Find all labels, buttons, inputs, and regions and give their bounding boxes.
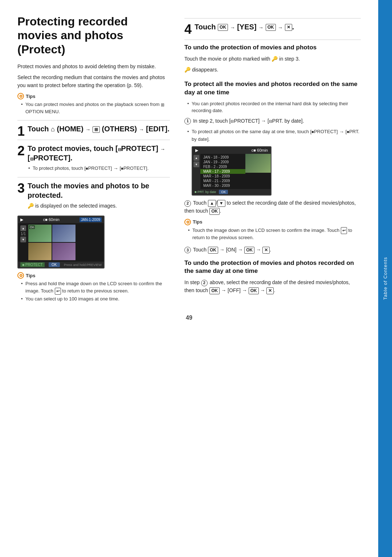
protect-all-step2: 2 Touch ▲/▼ to select the recording date…: [184, 199, 361, 215]
tips-right-label: Tips: [193, 219, 203, 225]
screen-1-down-btn[interactable]: ▼: [20, 237, 26, 242]
step-1-number: 1: [17, 125, 25, 138]
protect-all-step1: 1 In step 2, touch [⊟PROTECT] → [⊟PRT. b…: [184, 117, 361, 125]
date-screen-header: ▶ c■ 60min: [192, 147, 271, 154]
page-container: Protecting recorded movies and photos (P…: [0, 0, 392, 557]
date-entry-1: JAN - 18 - 2009: [200, 155, 245, 160]
date-list: ▲ ▼ JAN - 18 - 2009 JAN - 19 - 2009 FEB …: [192, 154, 271, 189]
screen-1-capacity: c■ 60min: [43, 217, 60, 222]
return-icon-2: ↩: [341, 227, 347, 234]
undo-heading: To undo the protection of movies and pho…: [184, 44, 361, 52]
step-4-block: 4 Touch OK → [YES] → OK → ✕.: [184, 22, 361, 34]
thumb-3: [28, 243, 52, 260]
right-tab-label: Table of Contents: [383, 257, 388, 300]
protect-all-step3: 3 Touch OK → [ON] → OK → ✕.: [184, 246, 361, 254]
divider-1: [17, 120, 170, 120]
circle-1: 1: [184, 118, 191, 124]
step-3-note: 🔑 is displayed on the selected images.: [28, 202, 170, 210]
date-screen-ok[interactable]: OK: [219, 190, 228, 194]
thumb-1: On: [28, 225, 52, 242]
ok-box-5: OK: [209, 287, 220, 294]
step-1-title: Touch ⌂ (HOME) → ⊞ (OTHERS) → [EDIT].: [28, 124, 170, 134]
screen-1-sidebar: ▲ 1/1 ▼: [20, 225, 27, 260]
screen-1-ok[interactable]: OK: [49, 262, 60, 267]
ok-box-6: OK: [249, 287, 259, 294]
step-1-content: Touch ⌂ (HOME) → ⊞ (OTHERS) → [EDIT].: [28, 124, 170, 136]
tips-right: ✿ Tips Touch the image down on the LCD s…: [184, 219, 361, 241]
protect-all-heading: To protect all the movies and photos rec…: [184, 80, 361, 96]
step-1-block: 1 Touch ⌂ (HOME) → ⊞ (OTHERS) → [EDIT].: [17, 124, 170, 136]
undo-same-day-body: In step 2 above, select the recording da…: [184, 279, 361, 295]
tips-top: ✿ Tips You can protect movies and photos…: [17, 93, 170, 115]
down-arrow-box: ▼: [217, 200, 225, 207]
divider-top-right: [184, 18, 361, 19]
step-2-note: To protect photos, touch [■PROTECT] → [■…: [28, 165, 170, 172]
circle-2: 2: [184, 200, 191, 207]
step-3-block: 3 Touch the movies and photos to be prot…: [17, 181, 170, 212]
step-3-number: 3: [17, 182, 25, 195]
intro-para1: Protect movies and photos to avoid delet…: [17, 63, 170, 71]
step-3-title: Touch the movies and photos to be protec…: [28, 181, 170, 200]
date-entry-4-highlighted[interactable]: MAR - 17 - 2009: [200, 169, 245, 174]
protect-all-section: To protect all the movies and photos rec…: [184, 80, 361, 254]
tips-bottom-left-label: Tips: [26, 273, 36, 278]
undo-same-day-section: To undo the protection of movies and pho…: [184, 259, 361, 295]
thumb-4: [52, 243, 75, 260]
tips-top-header: ✿ Tips: [17, 93, 170, 99]
date-list-left: ▲ ▼: [192, 154, 200, 189]
date-thumb: [245, 154, 271, 173]
step-2-number: 2: [17, 144, 25, 157]
date-list-entries: JAN - 18 - 2009 JAN - 19 - 2009 FEB - 2 …: [200, 154, 245, 189]
screen-1-count: 1/1: [21, 232, 26, 236]
screen-1-date: JAN-1-2009: [79, 217, 102, 222]
screen-1-thumb-row-2: [28, 243, 102, 260]
tips-bottom-left-header: ✿ Tips: [17, 272, 170, 279]
screen-1-up-btn[interactable]: ▲: [20, 225, 26, 231]
date-screen-footer: ■ PRT. by date OK: [192, 189, 271, 195]
page-number: 49: [17, 315, 361, 321]
step-4-title: Touch OK → [YES] → OK → ✕.: [195, 22, 361, 32]
date-entry-5: MAR - 18 - 2009: [200, 174, 245, 179]
tips-bottom-left: ✿ Tips Press and hold the image down on …: [17, 272, 170, 302]
two-column-layout: Protecting recorded movies and photos (P…: [17, 15, 361, 307]
ok-box-1: OK: [218, 24, 228, 31]
date-entry-6: MAR - 21 - 2009: [200, 179, 245, 183]
divider-after-step4: [184, 40, 361, 40]
ok-box-2: OK: [266, 24, 276, 31]
main-content: Protecting recorded movies and photos (P…: [0, 0, 378, 557]
tips-icon: ✿: [17, 93, 24, 99]
protect-all-note: You can protect photos recorded on the i…: [184, 100, 361, 114]
protect-all-step1-sub: To protect all photos on the same day at…: [184, 128, 361, 143]
right-tab[interactable]: Table of Contents: [378, 0, 392, 557]
screen-1-play-icon: ▶: [20, 217, 23, 222]
tips-bottom-left-icon: ✿: [17, 272, 24, 279]
date-screen-capacity: c■ 60min: [252, 148, 268, 153]
ok-box-3: OK: [208, 247, 218, 254]
on-icon: On: [29, 225, 35, 229]
screen-1-protect-label: ■ PROTECT: [20, 262, 45, 267]
date-up-btn[interactable]: ▲: [193, 155, 199, 161]
x-box-2: ✕: [262, 247, 270, 254]
undo-body: Touch the movie or photo marked with 🔑 i…: [184, 55, 361, 63]
tips-right-header: ✿ Tips: [184, 219, 361, 225]
left-column: Protecting recorded movies and photos (P…: [17, 15, 170, 307]
date-entry-7: MAR - 30 - 2009: [200, 183, 245, 188]
tips-bottom-left-list: Press and hold the image down on the LCD…: [17, 280, 170, 302]
screen-1-thumb-row-1: On: [28, 225, 102, 242]
circle-2-ref: 2: [201, 280, 208, 286]
tips-bottom-left-item-2: You can select up to 100 images at one t…: [21, 295, 170, 303]
tips-right-icon: ✿: [184, 219, 191, 225]
undo-body2: 🔑 disappears.: [184, 66, 361, 74]
ok-box-4: OK: [244, 247, 254, 254]
screen-1-header: ▶ c■ 60min JAN-1-2009: [18, 216, 104, 223]
step-2-content: To protect movies, touch [⊟PROTECT] → [⊟…: [28, 144, 170, 173]
x-box-3: ✕: [266, 287, 274, 294]
date-list-right: [245, 154, 271, 189]
divider-3: [17, 177, 170, 177]
date-down-btn[interactable]: ▼: [193, 161, 199, 167]
screen-1-footer: ■ PROTECT OK Press and hold:PREVIEW: [18, 262, 104, 268]
date-entry-3: FEB - 2 - 2009: [200, 164, 245, 169]
right-column: 4 Touch OK → [YES] → OK → ✕. To undo the…: [184, 15, 361, 307]
thumb-2: [52, 225, 75, 242]
page-title: Protecting recorded movies and photos (P…: [17, 15, 170, 56]
